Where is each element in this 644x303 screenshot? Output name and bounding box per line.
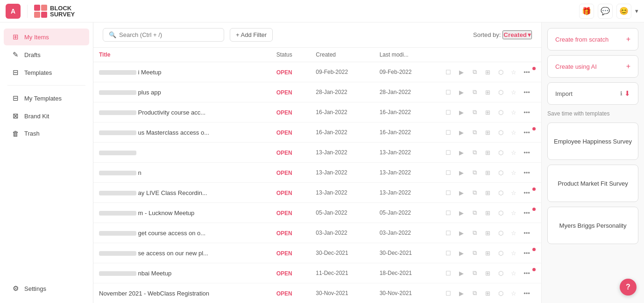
star-icon[interactable]: ☆ bbox=[509, 248, 519, 258]
play-icon[interactable]: ▶ bbox=[456, 147, 467, 158]
edit-icon[interactable]: ☐ bbox=[443, 288, 453, 298]
label-icon[interactable]: ⬡ bbox=[495, 228, 506, 238]
edit-icon[interactable]: ☐ bbox=[443, 107, 453, 117]
sidebar-item-my-templates[interactable]: ⊟ My Templates bbox=[4, 90, 89, 107]
grid-icon[interactable]: ⊞ bbox=[482, 147, 493, 158]
header-dropdown[interactable]: ▾ bbox=[635, 7, 638, 14]
copy-icon[interactable]: ⧉ bbox=[469, 248, 480, 258]
star-icon[interactable]: ☆ bbox=[509, 67, 519, 77]
create-from-scratch-button[interactable]: Create from scratch + bbox=[547, 28, 638, 50]
star-icon[interactable]: ☆ bbox=[509, 268, 519, 278]
star-icon[interactable]: ☆ bbox=[509, 87, 519, 97]
chat-icon-btn[interactable]: 💬 bbox=[598, 4, 613, 19]
edit-icon[interactable]: ☐ bbox=[443, 147, 453, 158]
grid-icon[interactable]: ⊞ bbox=[482, 228, 493, 238]
star-icon[interactable]: ☆ bbox=[509, 208, 519, 218]
label-icon[interactable]: ⬡ bbox=[495, 87, 506, 97]
table-cell-title[interactable]: m - Lucknow Meetup bbox=[93, 203, 271, 223]
label-icon[interactable]: ⬡ bbox=[495, 288, 506, 298]
more-options-button[interactable]: ••• bbox=[522, 67, 532, 77]
grid-icon[interactable]: ⊞ bbox=[482, 127, 493, 137]
label-icon[interactable]: ⬡ bbox=[495, 208, 506, 218]
star-icon[interactable]: ☆ bbox=[509, 228, 519, 238]
label-icon[interactable]: ⬡ bbox=[495, 188, 506, 198]
more-options-button[interactable]: ••• bbox=[522, 288, 532, 298]
table-cell-title[interactable]: i Meetup bbox=[93, 62, 271, 82]
edit-icon[interactable]: ☐ bbox=[443, 188, 453, 198]
import-button[interactable]: Import ℹ ⬇ bbox=[547, 82, 638, 105]
table-cell-title[interactable]: Productivity course acc... bbox=[93, 102, 271, 123]
copy-icon[interactable]: ⧉ bbox=[469, 288, 480, 298]
table-cell-title[interactable]: plus app bbox=[93, 82, 271, 102]
star-icon[interactable]: ☆ bbox=[509, 188, 519, 198]
edit-icon[interactable]: ☐ bbox=[443, 167, 453, 178]
label-icon[interactable]: ⬡ bbox=[495, 107, 506, 117]
sidebar-item-my-items[interactable]: ⊞ My Items bbox=[4, 29, 89, 45]
more-options-button[interactable]: ••• bbox=[522, 188, 532, 198]
edit-icon[interactable]: ☐ bbox=[443, 228, 453, 238]
user-avatar[interactable]: A bbox=[6, 4, 21, 19]
play-icon[interactable]: ▶ bbox=[456, 167, 467, 178]
grid-icon[interactable]: ⊞ bbox=[482, 167, 493, 178]
help-button[interactable]: ? bbox=[620, 279, 637, 296]
play-icon[interactable]: ▶ bbox=[456, 127, 467, 137]
sidebar-item-settings[interactable]: ⚙ Settings bbox=[4, 280, 89, 297]
copy-icon[interactable]: ⧉ bbox=[469, 208, 480, 218]
play-icon[interactable]: ▶ bbox=[456, 188, 467, 198]
star-icon[interactable]: ☆ bbox=[509, 107, 519, 117]
edit-icon[interactable]: ☐ bbox=[443, 127, 453, 137]
edit-icon[interactable]: ☐ bbox=[443, 208, 453, 218]
grid-icon[interactable]: ⊞ bbox=[482, 248, 493, 258]
grid-icon[interactable]: ⊞ bbox=[482, 208, 493, 218]
more-options-button[interactable]: ••• bbox=[522, 147, 532, 158]
grid-icon[interactable]: ⊞ bbox=[482, 107, 493, 117]
table-cell-title[interactable]: ay LIVE Class Recordin... bbox=[93, 183, 271, 203]
more-options-button[interactable]: ••• bbox=[522, 208, 532, 218]
play-icon[interactable]: ▶ bbox=[456, 87, 467, 97]
table-cell-title[interactable]: n bbox=[93, 163, 271, 183]
edit-icon[interactable]: ☐ bbox=[443, 268, 453, 278]
label-icon[interactable]: ⬡ bbox=[495, 268, 506, 278]
sidebar-item-templates[interactable]: ⊟ Templates bbox=[4, 64, 89, 81]
more-options-button[interactable]: ••• bbox=[522, 167, 532, 178]
label-icon[interactable]: ⬡ bbox=[495, 167, 506, 178]
play-icon[interactable]: ▶ bbox=[456, 288, 467, 298]
sidebar-item-trash[interactable]: 🗑 Trash bbox=[4, 125, 89, 142]
more-options-button[interactable]: ••• bbox=[522, 228, 532, 238]
more-options-button[interactable]: ••• bbox=[522, 87, 532, 97]
label-icon[interactable]: ⬡ bbox=[495, 147, 506, 158]
sort-button[interactable]: Created ▾ bbox=[502, 30, 532, 39]
gift-icon-btn[interactable]: 🎁 bbox=[579, 4, 594, 19]
template-card-employee-happiness[interactable]: Employee Happiness Survey bbox=[547, 123, 638, 160]
star-icon[interactable]: ☆ bbox=[509, 167, 519, 178]
more-options-button[interactable]: ••• bbox=[522, 268, 532, 278]
play-icon[interactable]: ▶ bbox=[456, 248, 467, 258]
label-icon[interactable]: ⬡ bbox=[495, 248, 506, 258]
copy-icon[interactable]: ⧉ bbox=[469, 107, 480, 117]
copy-icon[interactable]: ⧉ bbox=[469, 127, 480, 137]
table-cell-title[interactable] bbox=[93, 143, 271, 163]
sidebar-item-drafts[interactable]: ✎ Drafts bbox=[4, 46, 89, 63]
grid-icon[interactable]: ⊞ bbox=[482, 288, 493, 298]
more-options-button[interactable]: ••• bbox=[522, 127, 532, 137]
add-filter-button[interactable]: + Add Filter bbox=[230, 28, 273, 42]
grid-icon[interactable]: ⊞ bbox=[482, 67, 493, 77]
play-icon[interactable]: ▶ bbox=[456, 208, 467, 218]
copy-icon[interactable]: ⧉ bbox=[469, 67, 480, 77]
label-icon[interactable]: ⬡ bbox=[495, 127, 506, 137]
copy-icon[interactable]: ⧉ bbox=[469, 147, 480, 158]
grid-icon[interactable]: ⊞ bbox=[482, 87, 493, 97]
copy-icon[interactable]: ⧉ bbox=[469, 167, 480, 178]
grid-icon[interactable]: ⊞ bbox=[482, 268, 493, 278]
table-cell-title[interactable]: get course access on o... bbox=[93, 223, 271, 243]
copy-icon[interactable]: ⧉ bbox=[469, 268, 480, 278]
copy-icon[interactable]: ⧉ bbox=[469, 188, 480, 198]
copy-icon[interactable]: ⧉ bbox=[469, 87, 480, 97]
table-cell-title[interactable]: se access on our new pl... bbox=[93, 243, 271, 263]
table-cell-title[interactable]: November 2021 - WebClass Registration bbox=[93, 283, 271, 303]
play-icon[interactable]: ▶ bbox=[456, 228, 467, 238]
face-icon-btn[interactable]: 😊 bbox=[616, 4, 631, 19]
star-icon[interactable]: ☆ bbox=[509, 127, 519, 137]
play-icon[interactable]: ▶ bbox=[456, 268, 467, 278]
play-icon[interactable]: ▶ bbox=[456, 67, 467, 77]
